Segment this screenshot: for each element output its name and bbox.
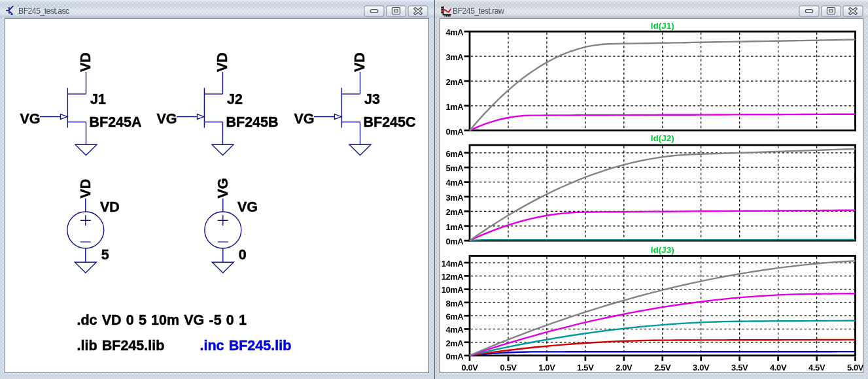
svg-text:3mA: 3mA <box>445 52 464 62</box>
svg-text:0.5V: 0.5V <box>500 363 517 372</box>
svg-text:VD: VD <box>352 52 368 72</box>
svg-text:1mA: 1mA <box>445 222 464 232</box>
svg-text:3mA: 3mA <box>445 193 464 203</box>
svg-text:Id(J1): Id(J1) <box>651 21 674 31</box>
svg-text:4mA: 4mA <box>445 325 464 335</box>
svg-text:BF245_test.asc: BF245_test.asc <box>18 7 69 16</box>
svg-text:14mA: 14mA <box>442 259 464 269</box>
svg-text:2.0V: 2.0V <box>616 363 633 372</box>
svg-text:.dc VD 0 5 10m VG -5 0 1: .dc VD 0 5 10m VG -5 0 1 <box>77 312 247 328</box>
svg-text:VD: VD <box>100 199 120 215</box>
svg-text:12mA: 12mA <box>442 272 464 282</box>
svg-text:VG: VG <box>215 178 231 198</box>
svg-text:10mA: 10mA <box>442 285 464 295</box>
svg-text:2mA: 2mA <box>445 207 464 217</box>
svg-text:0mA: 0mA <box>445 237 464 246</box>
svg-text:VD: VD <box>78 179 94 199</box>
svg-text:BF245A: BF245A <box>90 114 142 130</box>
svg-text:0: 0 <box>239 247 247 263</box>
svg-text:4.5V: 4.5V <box>808 363 825 372</box>
svg-text:6mA: 6mA <box>445 149 464 159</box>
svg-text:BF245_test.raw: BF245_test.raw <box>453 7 504 16</box>
svg-text:4mA: 4mA <box>445 27 464 37</box>
svg-text:6mA: 6mA <box>445 312 464 321</box>
svg-text:VD: VD <box>215 52 230 72</box>
svg-text:1.5V: 1.5V <box>577 363 594 372</box>
svg-text:4.0V: 4.0V <box>770 363 787 372</box>
svg-text:BF245B: BF245B <box>226 114 279 130</box>
svg-text:0mA: 0mA <box>445 127 464 137</box>
svg-text:1.0V: 1.0V <box>538 363 555 372</box>
svg-text:0mA: 0mA <box>445 352 464 361</box>
svg-text:BF245C: BF245C <box>364 114 416 130</box>
svg-text:5: 5 <box>101 247 109 263</box>
svg-text:VG: VG <box>237 199 258 215</box>
svg-text:VG: VG <box>294 111 315 127</box>
svg-text:VG: VG <box>157 111 177 127</box>
svg-text:.inc BF245.lib: .inc BF245.lib <box>200 338 292 354</box>
svg-text:1mA: 1mA <box>445 102 464 112</box>
svg-text:VG: VG <box>20 111 41 127</box>
svg-text:5mA: 5mA <box>445 163 464 173</box>
svg-text:2.5V: 2.5V <box>654 363 671 372</box>
svg-text:J1: J1 <box>90 91 106 107</box>
svg-text:3.5V: 3.5V <box>731 363 748 372</box>
svg-text:4mA: 4mA <box>445 178 464 188</box>
svg-text:0.0V: 0.0V <box>461 363 478 372</box>
svg-text:8mA: 8mA <box>445 299 464 308</box>
svg-text:.lib BF245.lib: .lib BF245.lib <box>77 338 165 354</box>
svg-text:Id(J3): Id(J3) <box>651 245 674 255</box>
svg-text:Id(J2): Id(J2) <box>651 133 674 143</box>
svg-text:3.0V: 3.0V <box>693 363 710 372</box>
svg-text:5.0V: 5.0V <box>847 363 864 372</box>
svg-text:J3: J3 <box>364 91 380 107</box>
svg-text:VD: VD <box>78 52 94 72</box>
svg-text:2mA: 2mA <box>445 338 464 348</box>
svg-text:2mA: 2mA <box>445 77 464 87</box>
svg-text:J2: J2 <box>227 91 243 107</box>
